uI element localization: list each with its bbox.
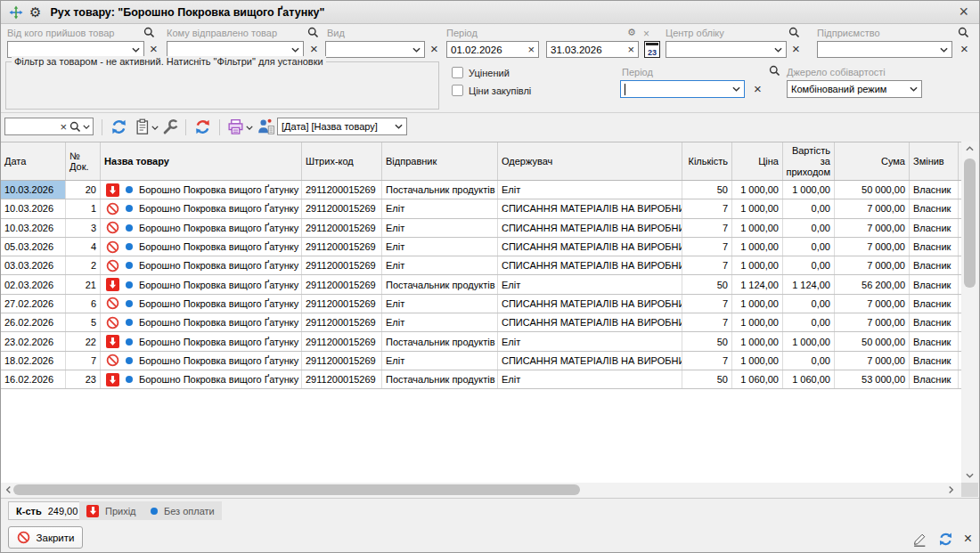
- cell-cost[interactable]: 1 060,00: [783, 370, 835, 388]
- cell-cost[interactable]: 0,00: [783, 313, 835, 331]
- kind-filter-clear-icon[interactable]: ×: [430, 43, 438, 55]
- cell-sender[interactable]: Постачальник продуктів: [382, 370, 498, 388]
- cell-qty[interactable]: 7: [682, 352, 732, 370]
- search-icon[interactable]: [769, 65, 780, 77]
- cell-product[interactable]: Борошно Покровка вищого Ґатунку: [101, 295, 302, 313]
- cell-date[interactable]: 26.02.2026: [1, 313, 66, 331]
- cell-price[interactable]: 1 000,00: [732, 295, 783, 313]
- cell-sender[interactable]: Постачальник продуктів: [382, 181, 498, 199]
- cell-sum[interactable]: 7 000,00: [835, 352, 910, 370]
- scroll-right-icon[interactable]: [943, 483, 958, 497]
- table-row[interactable]: 03.03.20262Борошно Покровка вищого Ґатун…: [1, 256, 961, 275]
- cell-changed[interactable]: Власник: [910, 275, 959, 293]
- cell-cost[interactable]: 1 000,00: [783, 181, 835, 199]
- period-clear-icon[interactable]: ×: [643, 28, 649, 40]
- search-input[interactable]: ×: [4, 118, 94, 135]
- cell-product[interactable]: Борошно Покровка вищого Ґатунку: [101, 219, 302, 237]
- gear-icon[interactable]: ⚙: [29, 5, 41, 20]
- cell-qty[interactable]: 7: [682, 219, 732, 237]
- cell-qty[interactable]: 7: [682, 238, 732, 256]
- period-to-field[interactable]: 31.03.2026 ×: [546, 41, 639, 58]
- kind-filter-combo[interactable]: [325, 41, 425, 58]
- calendar-icon[interactable]: 23: [644, 41, 660, 58]
- cell-receiver[interactable]: Еліт: [498, 370, 682, 388]
- cell-cost[interactable]: 1 124,00: [783, 275, 835, 293]
- cost-source-combo[interactable]: Комбінований режим: [787, 80, 922, 98]
- scroll-up-icon[interactable]: [962, 142, 977, 156]
- cell-price[interactable]: 1 000,00: [732, 313, 783, 331]
- table-row[interactable]: 16.02.202623Борошно Покровка вищого Ґату…: [1, 370, 961, 389]
- period-settings-icon[interactable]: ⚙: [627, 27, 636, 38]
- cell-cost[interactable]: 0,00: [783, 256, 835, 274]
- edit-filter-icon[interactable]: [912, 532, 927, 547]
- cell-sum[interactable]: 7 000,00: [835, 295, 910, 313]
- cell-qty[interactable]: 7: [682, 295, 732, 313]
- table-row[interactable]: 05.03.20264Борошно Покровка вищого Ґатун…: [1, 238, 961, 256]
- close-button[interactable]: Закрити: [8, 526, 83, 549]
- table-row[interactable]: 02.03.202621Борошно Покровка вищого Ґату…: [1, 275, 961, 294]
- cell-qty[interactable]: 7: [682, 199, 732, 217]
- cell-barcode[interactable]: 2911200015269: [302, 275, 382, 293]
- cell-doc[interactable]: 5: [66, 313, 101, 331]
- cell-date[interactable]: 05.03.2026: [1, 238, 66, 256]
- table-row[interactable]: 18.02.20267Борошно Покровка вищого Ґатун…: [1, 352, 961, 370]
- cell-sender[interactable]: Постачальник продуктів: [382, 275, 498, 293]
- cell-doc[interactable]: 20: [66, 181, 101, 199]
- cell-cost[interactable]: 0,00: [783, 238, 835, 256]
- table-row[interactable]: 27.02.20266Борошно Покровка вищого Ґатун…: [1, 295, 961, 313]
- cell-doc[interactable]: 7: [66, 352, 101, 370]
- cell-doc[interactable]: 22: [66, 332, 101, 350]
- cell-price[interactable]: 1 000,00: [732, 219, 783, 237]
- clear-icon[interactable]: ×: [627, 43, 634, 56]
- cell-price[interactable]: 1 060,00: [732, 370, 783, 388]
- cell-barcode[interactable]: 2911200015269: [302, 181, 382, 199]
- table-row[interactable]: 10.03.20263Борошно Покровка вищого Ґатун…: [1, 219, 961, 238]
- cell-sum[interactable]: 7 000,00: [835, 238, 910, 256]
- vertical-scrollbar[interactable]: [962, 142, 977, 483]
- cell-changed[interactable]: Власник: [910, 181, 959, 199]
- center-filter-combo[interactable]: [666, 41, 787, 58]
- cell-price[interactable]: 1 000,00: [732, 238, 783, 256]
- cell-barcode[interactable]: 2911200015269: [302, 352, 382, 370]
- cell-qty[interactable]: 50: [682, 370, 732, 388]
- column-header[interactable]: Дата: [1, 142, 66, 180]
- scroll-down-icon[interactable]: [962, 468, 977, 483]
- cell-sum[interactable]: 7 000,00: [835, 219, 910, 237]
- cell-receiver[interactable]: СПИСАННЯ МАТЕРІАЛІВ НА ВИРОБНИЦТВО: [498, 352, 682, 370]
- column-header[interactable]: Сума: [835, 142, 910, 180]
- document-menu-button[interactable]: [134, 118, 151, 135]
- period2-combo[interactable]: [620, 80, 745, 98]
- user-report-button[interactable]: [257, 118, 274, 135]
- cell-sender[interactable]: Еліт: [382, 238, 498, 256]
- cell-changed[interactable]: Власник: [910, 219, 959, 237]
- from-filter-clear-icon[interactable]: ×: [150, 43, 158, 55]
- cell-doc[interactable]: 2: [66, 256, 101, 274]
- cell-sender[interactable]: Еліт: [382, 219, 498, 237]
- enterprise-filter-combo[interactable]: [817, 41, 952, 58]
- cell-date[interactable]: 10.03.2026: [1, 181, 66, 199]
- cell-doc[interactable]: 3: [66, 219, 101, 237]
- cell-product[interactable]: Борошно Покровка вищого Ґатунку: [101, 181, 302, 199]
- cell-qty[interactable]: 50: [682, 332, 732, 350]
- cell-date[interactable]: 03.03.2026: [1, 256, 66, 274]
- column-header[interactable]: Вартість за приходом: [783, 142, 835, 180]
- cell-receiver[interactable]: СПИСАННЯ МАТЕРІАЛІВ НА ВИРОБНИЦТВО: [498, 219, 682, 237]
- cell-doc[interactable]: 23: [66, 370, 101, 388]
- cell-price[interactable]: 1 000,00: [732, 181, 783, 199]
- cell-barcode[interactable]: 2911200015269: [302, 256, 382, 274]
- reload-data-button[interactable]: [194, 118, 211, 135]
- cell-sender[interactable]: Еліт: [382, 256, 498, 274]
- period2-clear-icon[interactable]: ×: [754, 83, 762, 95]
- cell-changed[interactable]: Власник: [910, 352, 959, 370]
- cell-barcode[interactable]: 2911200015269: [302, 313, 382, 331]
- cell-product[interactable]: Борошно Покровка вищого Ґатунку: [101, 370, 302, 388]
- cell-cost[interactable]: 0,00: [783, 295, 835, 313]
- purchase-prices-checkbox[interactable]: [452, 85, 463, 96]
- table-row[interactable]: 26.02.20265Борошно Покровка вищого Ґатун…: [1, 313, 961, 332]
- cell-receiver[interactable]: Еліт: [498, 181, 682, 199]
- cell-sender[interactable]: Постачальник продуктів: [382, 332, 498, 350]
- tools-button[interactable]: [162, 118, 179, 135]
- clear-filter-icon[interactable]: ×: [964, 531, 972, 547]
- vertical-scrollbar-thumb[interactable]: [964, 159, 976, 288]
- cell-cost[interactable]: 0,00: [783, 352, 835, 370]
